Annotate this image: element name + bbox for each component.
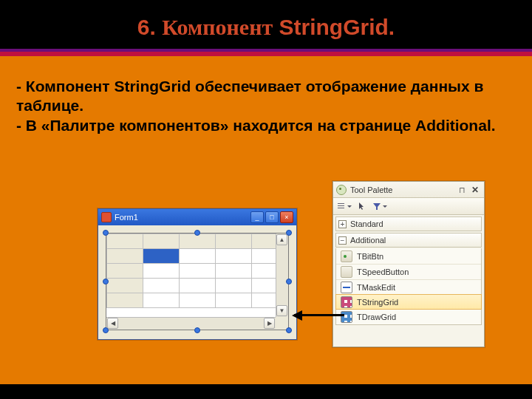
form-icon: [101, 212, 112, 222]
item-label: TBitBtn: [357, 252, 383, 261]
scroll-up-button[interactable]: ▲: [276, 234, 287, 245]
title-component-word: Компонент: [162, 15, 273, 39]
title-stringgrid-word: StringGrid.: [279, 15, 395, 39]
svg-rect-2: [338, 208, 344, 208]
decorative-bars: [0, 49, 532, 66]
collapse-icon[interactable]: −: [338, 236, 347, 245]
category-label: Additional: [350, 236, 386, 245]
selection-handle[interactable]: [103, 279, 109, 284]
selection-handle[interactable]: [286, 230, 292, 236]
palette-toolbar: [333, 198, 484, 215]
stringgrid-table: [106, 233, 288, 308]
item-label: TDrawGrid: [357, 313, 396, 321]
palette-tool-pointer[interactable]: [354, 200, 370, 213]
item-label: TSpeedButton: [357, 267, 409, 276]
selection-handle[interactable]: [286, 327, 292, 333]
minimize-button[interactable]: _: [250, 211, 264, 223]
form-window: Form1 _ □ × ▲ ▼ ◀ ▶: [98, 208, 297, 340]
list-icon: [337, 202, 346, 211]
palette-title: Tool Palette: [350, 185, 392, 194]
close-button[interactable]: ×: [280, 211, 293, 223]
palette-close-icon[interactable]: ✕: [471, 185, 481, 194]
palette-item-tbitbtn[interactable]: TBitBtn: [336, 248, 481, 264]
palette-item-tdrawgrid[interactable]: TDrawGrid: [336, 309, 481, 324]
pin-icon[interactable]: ⊓: [459, 185, 467, 194]
selection-handle[interactable]: [103, 230, 109, 236]
scroll-left-button[interactable]: ◀: [107, 318, 118, 329]
stringgrid-component[interactable]: ▲ ▼ ◀ ▶: [106, 233, 289, 330]
palette-tool-filter[interactable]: [372, 200, 388, 213]
annotation-arrow-head: [287, 310, 302, 321]
svg-rect-0: [338, 203, 344, 204]
category-additional[interactable]: − Additional: [335, 233, 482, 248]
selection-handle[interactable]: [194, 327, 200, 333]
selection-handle[interactable]: [103, 327, 109, 333]
pointer-icon: [358, 202, 366, 211]
tstringgrid-icon: [341, 296, 352, 308]
selection-handle[interactable]: [194, 230, 200, 236]
form-title: Form1: [115, 213, 250, 222]
palette-titlebar[interactable]: Tool Palette ⊓ ✕: [333, 182, 484, 198]
scroll-down-button[interactable]: ▼: [276, 305, 287, 316]
tool-palette: Tool Palette ⊓ ✕ + Standard − Additional…: [332, 181, 485, 347]
item-label: TStringGrid: [357, 298, 398, 307]
palette-icon: [336, 185, 347, 195]
category-label: Standard: [350, 219, 383, 228]
tspeedbutton-icon: [341, 266, 352, 278]
maximize-button[interactable]: □: [265, 211, 279, 223]
svg-rect-1: [338, 205, 344, 206]
tbitbtn-icon: [341, 250, 352, 262]
tdrawgrid-icon: [341, 311, 352, 323]
expand-icon[interactable]: +: [338, 220, 347, 228]
selection-handle[interactable]: [286, 279, 292, 284]
palette-item-tspeedbutton[interactable]: TSpeedButton: [336, 264, 481, 279]
horizontal-scrollbar[interactable]: ◀ ▶: [106, 317, 276, 330]
title-number: 6.: [137, 15, 156, 39]
paragraph-1: - Компонент StringGrid обеспечивает отоб…: [16, 77, 510, 116]
tmaskedit-icon: [341, 282, 352, 293]
slide-title: 6. Компонент StringGrid.: [0, 0, 532, 46]
body-text: - Компонент StringGrid обеспечивает отоб…: [0, 66, 532, 135]
vertical-scrollbar[interactable]: ▲ ▼: [276, 233, 288, 317]
form-titlebar[interactable]: Form1 _ □ ×: [98, 209, 296, 225]
item-label: TMaskEdit: [357, 283, 395, 292]
filter-icon: [372, 202, 381, 211]
category-standard[interactable]: + Standard: [335, 216, 482, 231]
paragraph-2: - В «Палитре компонентов» находится на с…: [16, 116, 510, 135]
palette-item-tstringgrid[interactable]: TStringGrid: [335, 294, 482, 310]
scroll-right-button[interactable]: ▶: [264, 318, 275, 329]
palette-item-tmaskedit[interactable]: TMaskEdit: [336, 279, 481, 295]
category-items: TBitBtn TSpeedButton TMaskEdit TStringGr…: [335, 248, 482, 325]
palette-tool-categories[interactable]: [336, 200, 352, 213]
